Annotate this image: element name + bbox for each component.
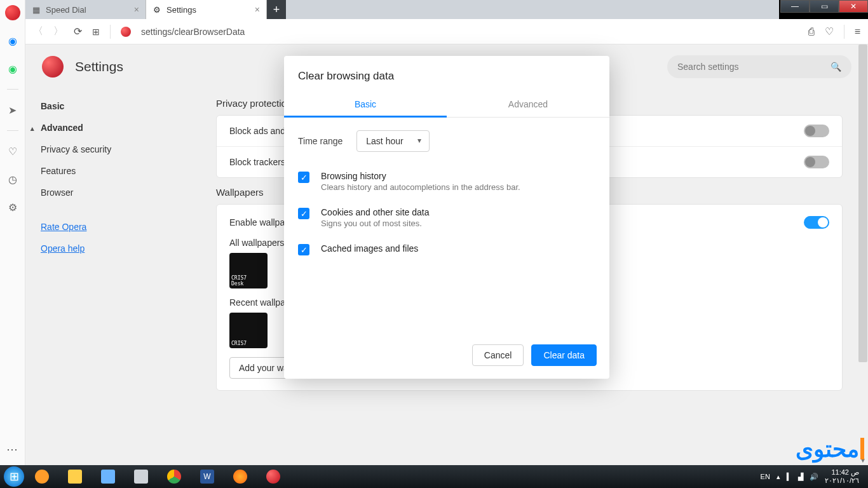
action-center-icon[interactable]: ▟ (798, 473, 803, 481)
rate-opera-link[interactable]: Rate Opera (41, 216, 178, 238)
address-bar: 〈 〉 ⟳ ⊞ settings/clearBrowserData ⎙ ♡ ≡ (25, 19, 868, 44)
sidebar-item-browser[interactable]: Browser (41, 182, 178, 203)
dialog-tab-basic[interactable]: Basic (284, 93, 447, 118)
cancel-button[interactable]: Cancel (472, 344, 524, 366)
option-title: Cookies and other site data (321, 207, 429, 217)
taskbar-chrome[interactable] (159, 467, 189, 486)
search-icon: 🔍 (831, 62, 841, 72)
chevron-up-icon[interactable]: ▴ (776, 473, 780, 481)
time-range-select[interactable]: Last hour (356, 130, 429, 152)
close-icon[interactable]: × (134, 4, 139, 15)
easy-setup-icon[interactable]: ≡ (855, 26, 860, 37)
toggle-enable-wallpapers[interactable] (804, 216, 829, 229)
taskbar-app[interactable] (27, 467, 57, 486)
page-scrollbar[interactable]: ▲ ▼ (858, 44, 868, 465)
tray-language[interactable]: EN (761, 473, 770, 480)
page-title: Settings (75, 59, 123, 74)
divider (844, 25, 844, 39)
more-icon[interactable]: ⋯ (6, 442, 18, 456)
url-text[interactable]: settings/clearBrowserData (141, 27, 245, 37)
scrollbar-thumb[interactable] (858, 44, 867, 362)
toggle-block-trackers[interactable] (804, 156, 829, 168)
search-placeholder: Search settings (677, 62, 739, 72)
checkbox-checked-icon[interactable]: ✓ (298, 244, 309, 255)
system-tray: EN ▴ ▍ ▟ 🔊 ص 11:42 ٢٠٢١/١٠/٢٦ (761, 468, 864, 484)
opera-logo-icon (42, 56, 64, 78)
taskbar-explorer[interactable] (60, 467, 90, 486)
tab-label: Settings (166, 5, 196, 15)
option-title: Cached images and files (321, 243, 418, 254)
toggle-block-ads[interactable] (804, 125, 829, 137)
grid-icon: ▦ (32, 5, 41, 14)
checkbox-checked-icon[interactable]: ✓ (298, 172, 309, 183)
send-icon[interactable]: ➤ (5, 102, 20, 118)
checkbox-checked-icon[interactable]: ✓ (298, 208, 309, 219)
window-controls: — ▭ ✕ (780, 0, 868, 13)
tray-time: ص 11:42 (825, 468, 859, 477)
sidebar-item-basic[interactable]: Basic (41, 95, 178, 117)
dialog-footer: Cancel Clear data (284, 336, 609, 379)
sidebar-item-privacy[interactable]: Privacy & security (41, 139, 178, 160)
dialog-tabs: Basic Advanced (284, 93, 609, 118)
divider (7, 89, 18, 90)
gear-icon[interactable]: ⚙ (5, 200, 20, 215)
taskbar-app[interactable] (93, 467, 123, 486)
opera-badge-icon (121, 27, 131, 37)
forward-button[interactable]: 〉 (53, 25, 64, 38)
reload-button[interactable]: ⟳ (74, 25, 82, 37)
messenger-icon[interactable]: ◉ (5, 33, 20, 48)
volume-icon[interactable]: 🔊 (810, 473, 818, 481)
back-button[interactable]: 〈 (33, 25, 43, 38)
gear-icon: ⚙ (153, 5, 161, 14)
wallpaper-thumbnail[interactable]: CRIS7Desk (229, 253, 268, 288)
opera-logo-icon[interactable] (5, 5, 20, 20)
opera-help-link[interactable]: Opera help (41, 238, 178, 259)
taskbar-firefox[interactable] (225, 467, 255, 486)
tab-strip: ▦ Speed Dial × ⚙ Settings × + (25, 0, 779, 19)
dialog-tab-advanced[interactable]: Advanced (447, 93, 609, 117)
taskbar-app[interactable] (126, 467, 156, 486)
tray-date: ٢٠٢١/١٠/٢٦ (825, 477, 859, 485)
clock-icon[interactable]: ◷ (5, 172, 20, 187)
tab-label: Speed Dial (46, 5, 86, 15)
heart-icon[interactable]: ♡ (825, 25, 834, 37)
dialog-title: Clear browsing data (284, 56, 609, 93)
option-subtitle: Signs you out of most sites. (321, 219, 429, 228)
search-settings-input[interactable]: Search settings 🔍 (667, 55, 851, 78)
new-tab-button[interactable]: + (267, 0, 286, 19)
window-close-button[interactable]: ✕ (839, 0, 868, 13)
start-button[interactable]: ⊞ (4, 466, 24, 487)
close-icon[interactable]: × (255, 4, 260, 15)
tray-clock[interactable]: ص 11:42 ٢٠٢١/١٠/٢٦ (825, 468, 859, 484)
option-title: Browsing history (321, 171, 520, 181)
settings-sidebar: Basic Advanced Privacy & security Featur… (25, 89, 178, 465)
flag-icon[interactable]: ▍ (787, 473, 792, 481)
tab-settings[interactable]: ⚙ Settings × (146, 0, 267, 19)
whatsapp-icon[interactable]: ◉ (5, 61, 20, 76)
divider (110, 25, 111, 39)
apps-icon[interactable]: ⊞ (92, 27, 100, 37)
sidebar-item-features[interactable]: Features (41, 160, 178, 182)
wallpaper-thumbnail[interactable]: CRIS7 (229, 313, 268, 348)
divider (7, 130, 18, 131)
row-label: Block trackers (229, 157, 285, 167)
option-cache[interactable]: ✓ Cached images and files (298, 238, 595, 266)
taskbar-word[interactable]: W (192, 467, 222, 486)
window-minimize-button[interactable]: — (780, 0, 810, 13)
window-maximize-button[interactable]: ▭ (810, 0, 839, 13)
opera-sidebar-rail: ◉ ◉ ➤ ♡ ◷ ⚙ ⋯ (0, 0, 25, 465)
clear-data-button[interactable]: Clear data (531, 344, 597, 366)
clear-browsing-data-dialog: Clear browsing data Basic Advanced Time … (284, 56, 609, 379)
watermark: محتوى (796, 436, 864, 463)
snapshot-icon[interactable]: ⎙ (808, 26, 815, 37)
option-cookies[interactable]: ✓ Cookies and other site data Signs you … (298, 202, 595, 238)
taskbar-opera[interactable] (258, 467, 288, 486)
windows-taskbar: ⊞ W EN ▴ ▍ ▟ 🔊 ص 11:42 ٢٠٢١/١٠/٢٦ (0, 465, 868, 488)
heart-icon[interactable]: ♡ (5, 144, 20, 159)
sidebar-item-advanced[interactable]: Advanced (41, 117, 178, 139)
option-browsing-history[interactable]: ✓ Browsing history Clears history and au… (298, 166, 595, 202)
tab-speed-dial[interactable]: ▦ Speed Dial × (25, 0, 146, 19)
time-range-label: Time range (298, 136, 342, 146)
option-subtitle: Clears history and autocompletions in th… (321, 182, 520, 192)
